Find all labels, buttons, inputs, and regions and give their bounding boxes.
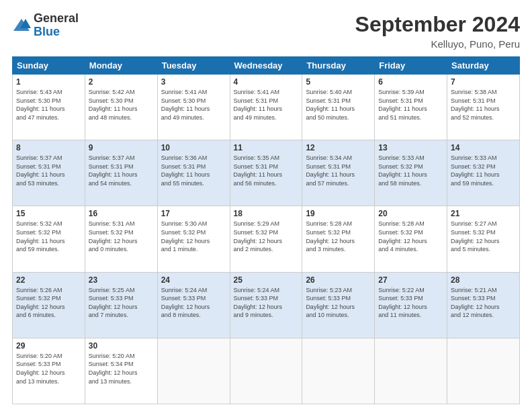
header-tuesday: Tuesday (157, 57, 230, 75)
day-info-8: Sunrise: 5:37 AM Sunset: 5:31 PM Dayligh… (16, 154, 65, 187)
day-number-22: 22 (16, 275, 81, 285)
week-row-3: 15Sunrise: 5:32 AM Sunset: 5:32 PM Dayli… (13, 206, 520, 272)
day-info-25: Sunrise: 5:24 AM Sunset: 5:33 PM Dayligh… (234, 287, 283, 319)
header-sunday: Sunday (13, 57, 85, 75)
day-number-25: 25 (234, 275, 299, 285)
day-number-13: 13 (378, 143, 443, 152)
day-info-6: Sunrise: 5:39 AM Sunset: 5:31 PM Dayligh… (378, 89, 427, 121)
day-cell-16: 16Sunrise: 5:31 AM Sunset: 5:32 PM Dayli… (85, 206, 157, 272)
day-number-18: 18 (234, 209, 299, 218)
title-block: September 2024 Kelluyo, Puno, Peru (355, 12, 520, 50)
month-title: September 2024 (355, 12, 520, 37)
day-number-19: 19 (306, 209, 371, 218)
logo-blue-text: Blue (34, 26, 79, 39)
day-info-11: Sunrise: 5:35 AM Sunset: 5:31 PM Dayligh… (234, 154, 283, 187)
empty-cell-1 (157, 338, 230, 404)
day-info-30: Sunrise: 5:20 AM Sunset: 5:34 PM Dayligh… (89, 353, 138, 385)
day-cell-23: 23Sunrise: 5:25 AM Sunset: 5:33 PM Dayli… (85, 272, 157, 338)
day-info-24: Sunrise: 5:24 AM Sunset: 5:33 PM Dayligh… (161, 287, 210, 319)
day-info-27: Sunrise: 5:22 AM Sunset: 5:33 PM Dayligh… (378, 287, 427, 319)
day-cell-11: 11Sunrise: 5:35 AM Sunset: 5:31 PM Dayli… (230, 140, 302, 206)
day-cell-27: 27Sunrise: 5:22 AM Sunset: 5:33 PM Dayli… (375, 272, 447, 338)
day-number-1: 1 (16, 77, 81, 87)
day-cell-4: 4Sunrise: 5:41 AM Sunset: 5:31 PM Daylig… (230, 75, 302, 140)
day-info-7: Sunrise: 5:38 AM Sunset: 5:31 PM Dayligh… (451, 89, 500, 121)
day-info-17: Sunrise: 5:30 AM Sunset: 5:32 PM Dayligh… (161, 220, 210, 253)
day-cell-28: 28Sunrise: 5:21 AM Sunset: 5:33 PM Dayli… (447, 272, 520, 338)
day-info-15: Sunrise: 5:32 AM Sunset: 5:32 PM Dayligh… (16, 220, 65, 253)
day-cell-5: 5Sunrise: 5:40 AM Sunset: 5:31 PM Daylig… (302, 75, 375, 140)
day-info-5: Sunrise: 5:40 AM Sunset: 5:31 PM Dayligh… (306, 89, 355, 121)
day-info-4: Sunrise: 5:41 AM Sunset: 5:31 PM Dayligh… (234, 89, 283, 121)
day-cell-18: 18Sunrise: 5:29 AM Sunset: 5:32 PM Dayli… (230, 206, 302, 272)
header-wednesday: Wednesday (230, 57, 302, 75)
day-number-7: 7 (451, 77, 516, 87)
day-info-14: Sunrise: 5:33 AM Sunset: 5:32 PM Dayligh… (451, 154, 500, 187)
day-info-1: Sunrise: 5:43 AM Sunset: 5:30 PM Dayligh… (16, 89, 65, 121)
empty-cell-2 (230, 338, 302, 404)
day-cell-9: 9Sunrise: 5:37 AM Sunset: 5:31 PM Daylig… (85, 140, 157, 206)
day-cell-8: 8Sunrise: 5:37 AM Sunset: 5:31 PM Daylig… (13, 140, 85, 206)
week-row-5: 29Sunrise: 5:20 AM Sunset: 5:33 PM Dayli… (13, 338, 520, 404)
day-cell-15: 15Sunrise: 5:32 AM Sunset: 5:32 PM Dayli… (13, 206, 85, 272)
day-cell-7: 7Sunrise: 5:38 AM Sunset: 5:31 PM Daylig… (447, 75, 520, 140)
day-info-20: Sunrise: 5:28 AM Sunset: 5:32 PM Dayligh… (378, 220, 427, 253)
day-info-26: Sunrise: 5:23 AM Sunset: 5:33 PM Dayligh… (306, 287, 355, 319)
day-number-17: 17 (161, 209, 226, 218)
day-info-22: Sunrise: 5:26 AM Sunset: 5:32 PM Dayligh… (16, 287, 65, 319)
day-info-10: Sunrise: 5:36 AM Sunset: 5:31 PM Dayligh… (161, 154, 210, 187)
day-number-21: 21 (451, 209, 516, 218)
day-info-2: Sunrise: 5:42 AM Sunset: 5:30 PM Dayligh… (89, 89, 138, 121)
day-cell-29: 29Sunrise: 5:20 AM Sunset: 5:33 PM Dayli… (13, 338, 85, 404)
header-friday: Friday (375, 57, 447, 75)
day-number-9: 9 (89, 143, 154, 152)
week-row-1: 1Sunrise: 5:43 AM Sunset: 5:30 PM Daylig… (13, 75, 520, 140)
empty-cell-3 (302, 338, 375, 404)
day-cell-25: 25Sunrise: 5:24 AM Sunset: 5:33 PM Dayli… (230, 272, 302, 338)
day-cell-17: 17Sunrise: 5:30 AM Sunset: 5:32 PM Dayli… (157, 206, 230, 272)
day-cell-26: 26Sunrise: 5:23 AM Sunset: 5:33 PM Dayli… (302, 272, 375, 338)
header-thursday: Thursday (302, 57, 375, 75)
day-cell-20: 20Sunrise: 5:28 AM Sunset: 5:32 PM Dayli… (375, 206, 447, 272)
day-cell-13: 13Sunrise: 5:33 AM Sunset: 5:32 PM Dayli… (375, 140, 447, 206)
day-info-21: Sunrise: 5:27 AM Sunset: 5:32 PM Dayligh… (451, 220, 500, 253)
logo: General Blue (12, 12, 79, 39)
empty-cell-4 (375, 338, 447, 404)
day-cell-19: 19Sunrise: 5:28 AM Sunset: 5:32 PM Dayli… (302, 206, 375, 272)
week-row-4: 22Sunrise: 5:26 AM Sunset: 5:32 PM Dayli… (13, 272, 520, 338)
day-cell-10: 10Sunrise: 5:36 AM Sunset: 5:31 PM Dayli… (157, 140, 230, 206)
day-info-16: Sunrise: 5:31 AM Sunset: 5:32 PM Dayligh… (89, 220, 138, 253)
day-number-2: 2 (89, 77, 154, 87)
logo-general-text: General (34, 12, 79, 26)
day-number-23: 23 (89, 275, 154, 285)
location: Kelluyo, Puno, Peru (355, 38, 520, 50)
day-number-16: 16 (89, 209, 154, 218)
day-number-28: 28 (451, 275, 516, 285)
day-cell-12: 12Sunrise: 5:34 AM Sunset: 5:31 PM Dayli… (302, 140, 375, 206)
day-number-8: 8 (16, 143, 81, 152)
day-number-29: 29 (16, 341, 81, 351)
day-number-3: 3 (161, 77, 226, 87)
day-cell-14: 14Sunrise: 5:33 AM Sunset: 5:32 PM Dayli… (447, 140, 520, 206)
calendar: Sunday Monday Tuesday Wednesday Thursday… (12, 56, 520, 404)
header-saturday: Saturday (447, 57, 520, 75)
empty-cell-5 (447, 338, 520, 404)
day-info-13: Sunrise: 5:33 AM Sunset: 5:32 PM Dayligh… (378, 154, 427, 187)
day-cell-21: 21Sunrise: 5:27 AM Sunset: 5:32 PM Dayli… (447, 206, 520, 272)
day-number-5: 5 (306, 77, 371, 87)
day-cell-1: 1Sunrise: 5:43 AM Sunset: 5:30 PM Daylig… (13, 75, 85, 140)
day-info-9: Sunrise: 5:37 AM Sunset: 5:31 PM Dayligh… (89, 154, 138, 187)
day-number-11: 11 (234, 143, 299, 152)
day-number-4: 4 (234, 77, 299, 87)
day-cell-2: 2Sunrise: 5:42 AM Sunset: 5:30 PM Daylig… (85, 75, 157, 140)
day-number-26: 26 (306, 275, 371, 285)
day-number-20: 20 (378, 209, 443, 218)
day-number-15: 15 (16, 209, 81, 218)
day-number-10: 10 (161, 143, 226, 152)
header-monday: Monday (85, 57, 157, 75)
day-number-6: 6 (378, 77, 443, 87)
day-info-28: Sunrise: 5:21 AM Sunset: 5:33 PM Dayligh… (451, 287, 500, 319)
day-number-14: 14 (451, 143, 516, 152)
day-cell-22: 22Sunrise: 5:26 AM Sunset: 5:32 PM Dayli… (13, 272, 85, 338)
logo-icon (12, 16, 31, 35)
